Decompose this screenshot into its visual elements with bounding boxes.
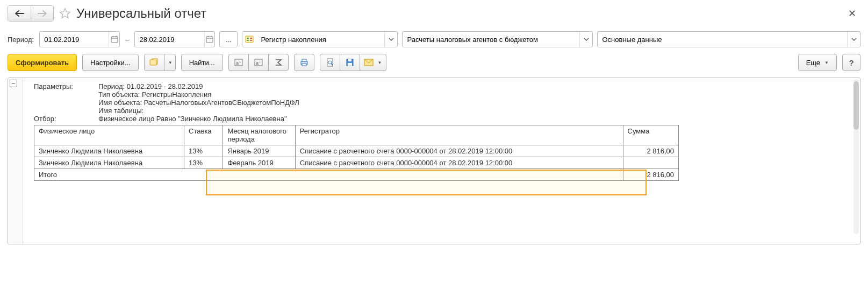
preview-button[interactable] [320, 54, 340, 71]
col-person: Физическое лицо [34, 125, 184, 145]
select-variant-button[interactable] [144, 54, 164, 71]
sum-button[interactable] [268, 54, 289, 71]
back-button[interactable] [8, 6, 31, 21]
report-params: Параметры:Период: 01.02.2019 - 28.02.201… [34, 82, 853, 123]
svg-rect-4 [206, 37, 213, 43]
svg-rect-10 [247, 40, 249, 41]
object-type-combo[interactable] [242, 31, 398, 47]
help-button[interactable]: ? [842, 54, 860, 71]
page-title: Универсальный отчет [76, 6, 206, 21]
svg-rect-26 [348, 63, 352, 66]
svg-rect-25 [348, 59, 351, 61]
header-row: Физическое лицо Ставка Месяц налогового … [34, 125, 679, 145]
report-table: Физическое лицо Ставка Месяц налогового … [34, 125, 679, 181]
period-dialog-button[interactable]: ... [219, 31, 238, 47]
chevron-down-icon[interactable] [579, 32, 592, 47]
svg-rect-19 [302, 59, 306, 61]
date-from-field[interactable] [39, 31, 120, 47]
col-registrar: Регистратор [295, 125, 623, 145]
object-name-combo[interactable] [402, 31, 593, 47]
period-label: Период: [8, 36, 34, 44]
col-month: Месяц налогового периода [223, 125, 295, 145]
collapse-groups-button[interactable]: a⁻ [248, 54, 269, 71]
nav-buttons [8, 5, 54, 22]
svg-text:a⁺: a⁺ [236, 60, 241, 66]
object-type-input[interactable] [256, 32, 384, 47]
email-button[interactable]: ▼ [360, 54, 386, 71]
svg-rect-0 [111, 37, 118, 43]
collapse-toggle[interactable]: − [10, 80, 17, 87]
print-button[interactable] [294, 54, 314, 71]
run-report-button[interactable]: Сформировать [8, 54, 77, 71]
period-dash: – [124, 36, 130, 44]
file-ops: ▼ [320, 54, 386, 71]
svg-rect-9 [247, 38, 249, 39]
table-row[interactable]: Зинченко Людмила Николаевна 13% Февраль … [34, 157, 679, 169]
group-ops: a⁺ a⁻ [228, 54, 289, 71]
date-to-field[interactable] [134, 31, 215, 47]
settings-button[interactable]: Настройки... [82, 54, 139, 71]
svg-rect-8 [246, 36, 253, 43]
date-from-input[interactable] [40, 32, 109, 47]
total-row: Итого 2 816,00 [34, 169, 679, 181]
find-button[interactable]: Найти... [181, 54, 223, 71]
col-rate: Ставка [184, 125, 223, 145]
ellipsis-label: ... [226, 36, 232, 44]
calendar-icon[interactable] [109, 32, 119, 47]
register-icon [242, 32, 256, 47]
variant-group: ▼ [144, 54, 176, 71]
vertical-scrollbar[interactable] [853, 79, 859, 234]
favorite-star-icon[interactable] [58, 6, 72, 20]
object-name-input[interactable] [403, 32, 579, 47]
date-to-input[interactable] [135, 32, 204, 47]
close-button[interactable]: ✕ [844, 5, 860, 22]
report-area[interactable]: − Параметры:Период: 01.02.2019 - 28.02.2… [8, 78, 860, 244]
select-variant-menu[interactable]: ▼ [164, 54, 176, 71]
expand-groups-button[interactable]: a⁺ [228, 54, 249, 71]
col-sum: Сумма [623, 125, 678, 145]
table-name-combo[interactable] [597, 31, 860, 47]
forward-button[interactable] [31, 6, 53, 21]
more-button[interactable]: Еще▼ [798, 54, 837, 71]
svg-rect-11 [250, 38, 252, 39]
calendar-icon[interactable] [204, 32, 215, 47]
table-row[interactable]: Зинченко Людмила Николаевна 13% Январь 2… [34, 145, 679, 157]
chevron-down-icon[interactable] [384, 32, 397, 47]
save-button[interactable] [340, 54, 360, 71]
svg-rect-12 [250, 40, 252, 41]
svg-rect-20 [302, 64, 306, 66]
svg-text:a⁻: a⁻ [256, 60, 261, 66]
svg-rect-13 [150, 60, 156, 65]
chevron-down-icon[interactable] [847, 32, 860, 47]
table-name-input[interactable] [598, 32, 847, 47]
